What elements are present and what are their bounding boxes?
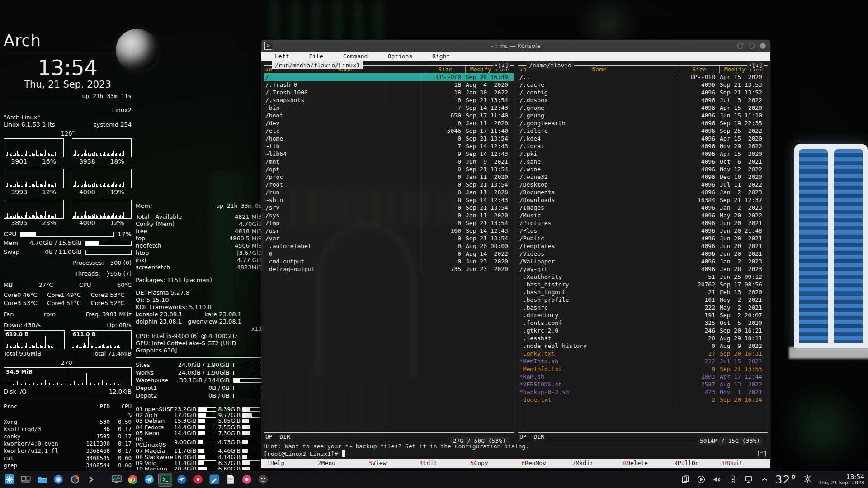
file-row[interactable]: /.kde44096Apr 15 2020: [518, 135, 768, 142]
file-row[interactable]: *VERSIONS.sh2587Aug 13 2022: [518, 380, 768, 388]
task-pink-app-icon[interactable]: [240, 473, 253, 486]
file-row[interactable]: /boot650Sep 17 11:40: [264, 112, 514, 119]
fnkey-copy[interactable]: 5Copy: [465, 459, 516, 468]
file-row[interactable]: Conky.txt27Sep 20 16:31: [518, 350, 768, 357]
clipboard-icon[interactable]: [680, 474, 690, 484]
file-row[interactable]: /.dosbox4096Jul 3 2022: [518, 96, 768, 104]
file-row[interactable]: /..UP--DIRSep 20 16:49: [264, 73, 514, 81]
history-button[interactable]: [^]: [757, 450, 767, 458]
file-row[interactable]: /var0Sep 21 13:54: [264, 235, 514, 242]
file-row[interactable]: /.googleearth4096Sep 19 22:35: [518, 119, 768, 127]
window-titlebar[interactable]: - : mc — Konsole >: [261, 40, 770, 52]
fnkey-mkdir[interactable]: 7Mkdir: [567, 459, 618, 468]
file-row[interactable]: /Public4096Jun 20 2021: [518, 235, 768, 242]
fnkey-renmov[interactable]: 6RenMov: [516, 459, 567, 468]
fnkey-menu[interactable]: 2Menu: [312, 459, 363, 468]
task-chrome-icon[interactable]: [126, 473, 139, 486]
file-row[interactable]: /.gnome4096Apr 15 2020: [518, 104, 768, 112]
file-row[interactable]: .fonts.conf325Oct 5 2020: [518, 319, 768, 327]
menu-right[interactable]: Right: [432, 52, 450, 60]
file-row[interactable]: /mnt0Jun 9 2021: [264, 158, 514, 165]
file-row[interactable]: .bash_profile101May 2 2021: [518, 296, 768, 304]
show-panel-arrow-icon[interactable]: [84, 473, 97, 486]
app-launcher-icon[interactable]: [3, 473, 16, 486]
weather-temperature[interactable]: 32°: [775, 473, 797, 486]
file-row[interactable]: defrag-output735Jun 23 2020: [264, 265, 514, 273]
task-writer-icon[interactable]: [224, 473, 237, 486]
file-row[interactable]: /root0Sep 21 13:54: [264, 181, 514, 188]
file-row[interactable]: /run0Jan 11 2020: [264, 188, 514, 196]
file-row[interactable]: /Documents4096Jan 2 2023: [518, 188, 768, 196]
mc-left-panel[interactable]: /run/media/flavio/Linux1•[↓]↓nNameSizeMo…: [264, 65, 514, 441]
menu-command[interactable]: Command: [343, 52, 368, 60]
task-media-red-icon[interactable]: [191, 473, 204, 486]
file-row[interactable]: /etc5046Sep 17 11:40: [264, 127, 514, 135]
file-row[interactable]: /.wine4096Nov 12 2022: [518, 165, 768, 173]
file-row[interactable]: ~lib7Sep 14 12:43: [264, 142, 514, 150]
menu-file[interactable]: File: [309, 52, 323, 60]
minimize-button-icon[interactable]: [737, 43, 743, 49]
file-row[interactable]: /srv0Sep 21 13:54: [264, 204, 514, 211]
fnkey-delete[interactable]: 8Delete: [618, 459, 669, 468]
task-thunderbird-icon[interactable]: [175, 473, 188, 486]
fnkey-quit[interactable]: 10Quit: [719, 459, 770, 468]
mc-right-panel[interactable]: /home/flavio•[↓]↓nNameSizeModify time/..…: [518, 65, 768, 441]
maximize-button-icon[interactable]: [749, 43, 755, 49]
file-row[interactable]: /Templates4096Jun 20 2021: [518, 242, 768, 250]
file-row[interactable]: /..UP--DIRApr 15 2020: [518, 73, 768, 81]
file-row[interactable]: cmd-output0Jun 23 2020: [264, 258, 514, 265]
fnkey-edit[interactable]: 4Edit: [414, 459, 465, 468]
kdeconnect-icon[interactable]: [728, 474, 738, 484]
file-row[interactable]: .autorelabel0Aug 20 08:00: [264, 242, 514, 250]
volume-icon[interactable]: [712, 474, 722, 484]
file-row[interactable]: .gtkrc-2.0246Sep 20 16:21: [518, 327, 768, 334]
shell-prompt[interactable]: [root@Linux2 Linux1]# [^]: [264, 450, 768, 458]
file-row[interactable]: /Wallpaper4096Jan 2 2023: [518, 258, 768, 265]
file-row[interactable]: /dev0Jan 11 2020: [264, 119, 514, 127]
file-row[interactable]: .lesshst20Aug 29 18:11: [518, 334, 768, 342]
chromium-icon[interactable]: [52, 473, 65, 486]
file-row[interactable]: *MemInfo.sh222Jul 15 2022: [518, 357, 768, 365]
file-row[interactable]: ~sbin8Sep 14 12:43: [264, 196, 514, 204]
file-row[interactable]: /.pki4096Apr 15 2020: [518, 150, 768, 158]
close-button-icon[interactable]: [760, 43, 766, 49]
file-row[interactable]: /Videos4096Jun 20 2021: [518, 250, 768, 258]
task-kate-icon[interactable]: [208, 473, 221, 486]
file-row[interactable]: /Pictures4096Jun 20 2021: [518, 219, 768, 227]
task-telegram-icon[interactable]: [142, 473, 156, 486]
file-row[interactable]: /usr160Sep 14 12:43: [264, 227, 514, 235]
file-row[interactable]: /.cache4096Sep 21 13:53: [518, 81, 768, 89]
file-row[interactable]: *RAM.sh2803Apr 17 12:44: [518, 373, 768, 380]
media-player-icon[interactable]: [696, 474, 706, 484]
task-system-monitor-icon[interactable]: [110, 473, 123, 486]
file-row[interactable]: /home0Sep 21 13:54: [264, 135, 514, 142]
file-row[interactable]: .Xauthority51Jun 25 09:12: [518, 273, 768, 281]
file-row[interactable]: /opt0Sep 21 13:54: [264, 165, 514, 173]
file-row[interactable]: /Downloads16384Sep 21 12:37: [518, 196, 768, 204]
dolphin-icon[interactable]: [35, 473, 48, 486]
menu-options[interactable]: Options: [387, 52, 412, 60]
task-konsole-mc-icon[interactable]: [159, 473, 172, 486]
taskbar-clock[interactable]: 13:54 Thu, 21 Sept 2023: [818, 473, 864, 486]
file-row[interactable]: 00Aug 14 2022: [264, 250, 514, 258]
menu-left[interactable]: Left: [275, 52, 289, 60]
size-header[interactable]: Size: [679, 66, 719, 73]
file-row[interactable]: /.wine324096Dec 10 2020: [518, 173, 768, 181]
file-row[interactable]: *backup-0-2.sh423Nov 1 2021: [518, 388, 768, 396]
panel-path[interactable]: /run/media/flavio/Linux1: [272, 61, 363, 69]
file-row[interactable]: ~lib649Sep 14 12:43: [264, 150, 514, 158]
file-row[interactable]: /.local4096Nov 29 2022: [518, 142, 768, 150]
file-row[interactable]: .bash_history20762Sep 17 08:56: [518, 281, 768, 288]
task-gimp-icon[interactable]: [256, 473, 269, 486]
file-row[interactable]: /Images4096Jan 2 2023: [518, 204, 768, 211]
file-row[interactable]: /Plus4096Jun 20 21:48: [518, 227, 768, 235]
file-row[interactable]: /proc0Jan 11 2020: [264, 173, 514, 181]
file-row[interactable]: /.idlerc4096Sep 25 2022: [518, 127, 768, 135]
file-row[interactable]: /yay-git4096Jan 28 2023: [518, 265, 768, 273]
file-row[interactable]: /tmp0Sep 21 13:54: [264, 219, 514, 227]
size-header[interactable]: Size: [425, 66, 465, 73]
file-row[interactable]: /.Trash-018Aug 4 2020: [264, 81, 514, 89]
file-row[interactable]: ~bin7Sep 14 12:43: [264, 104, 514, 112]
tray-expander-icon[interactable]: [760, 474, 769, 484]
fnkey-pulldn[interactable]: 9PullDn: [669, 459, 720, 468]
